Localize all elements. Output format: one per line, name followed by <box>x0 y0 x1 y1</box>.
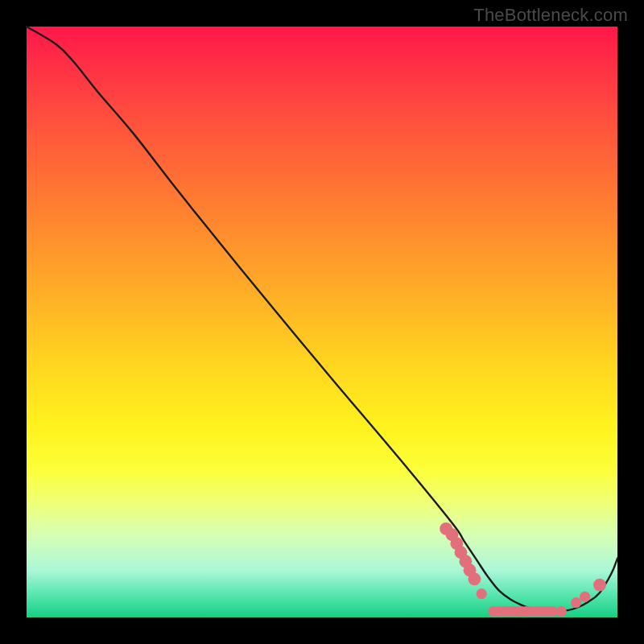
sweet-spot-scatter <box>440 522 606 617</box>
curve-svg <box>27 27 617 617</box>
scatter-dot <box>477 588 487 599</box>
chart-stage: TheBottleneck.com <box>0 0 644 644</box>
scatter-dot <box>593 579 606 592</box>
bottleneck-curve <box>27 27 617 612</box>
scatter-dot <box>468 572 481 585</box>
watermark-text: TheBottleneck.com <box>473 5 628 26</box>
plot-area <box>27 27 617 617</box>
scatter-dot <box>580 592 590 602</box>
scatter-dot <box>556 606 567 617</box>
scatter-dot <box>571 597 581 608</box>
